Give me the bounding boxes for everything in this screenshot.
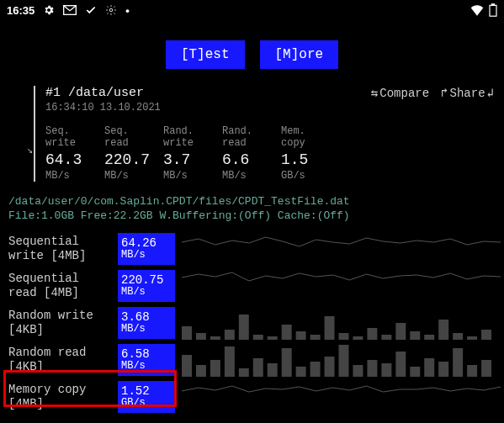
svg-rect-44: [438, 362, 448, 377]
svg-rect-7: [225, 330, 235, 340]
test-value: 3.68 MB/s: [118, 307, 175, 339]
svg-rect-46: [467, 365, 477, 377]
expand-icon[interactable]: ↘: [27, 144, 33, 156]
result-title: #1 /data/user: [45, 86, 161, 100]
graph-rand-read: [182, 343, 501, 377]
svg-rect-30: [239, 368, 249, 377]
svg-rect-13: [310, 335, 321, 340]
svg-rect-28: [210, 360, 220, 377]
svg-rect-39: [367, 360, 377, 377]
test-row-seq-write: Sequential write [4MB] 64.26 MB/s: [8, 230, 501, 267]
test-label: Random write [4KB]: [8, 309, 114, 337]
svg-rect-27: [196, 365, 206, 377]
test-row-rand-write: Random write [4KB] 3.68 MB/s: [8, 304, 501, 341]
file-info: /data/user/0/com.Saplin.CPDT/files/CPDT_…: [0, 190, 504, 227]
svg-rect-47: [481, 360, 491, 377]
test-button[interactable]: [T]est: [166, 40, 245, 69]
svg-rect-42: [410, 367, 420, 377]
test-value: 1.52 GB/s: [118, 381, 175, 413]
top-buttons: [T]est [M]ore: [0, 40, 504, 69]
svg-rect-5: [196, 333, 206, 340]
gear-icon: [43, 4, 55, 16]
svg-rect-21: [424, 335, 434, 340]
graph-seq-read: [182, 269, 501, 303]
svg-point-1: [110, 8, 114, 12]
svg-rect-20: [410, 331, 420, 340]
svg-rect-25: [481, 330, 491, 340]
svg-rect-35: [310, 362, 321, 377]
graph-rand-write: [182, 306, 501, 340]
share-arrow-icon: ↲: [487, 86, 494, 100]
compare-button[interactable]: ⇆ Compare: [371, 86, 429, 100]
metric-seq-read: Seq. read 220.7 MB/s: [104, 125, 150, 182]
compare-label: Compare: [379, 87, 429, 100]
metric-mem-copy: Mem. copy 1.5 GB/s: [281, 125, 326, 182]
file-params: File:1.0GB Free:22.2GB W.Buffering:(Off)…: [8, 209, 496, 224]
svg-rect-12: [296, 331, 306, 340]
metrics-row: ↘ Seq. write 64.3 MB/s Seq. read 220.7 M…: [45, 125, 494, 182]
share-button[interactable]: ↱ Share ↲: [441, 86, 494, 100]
svg-rect-22: [438, 320, 448, 340]
test-row-rand-read: Random read [4KB] 6.58 MB/s: [8, 341, 501, 378]
more-button[interactable]: [M]ore: [260, 40, 339, 69]
test-value: 220.75 MB/s: [118, 270, 175, 302]
metric-rand-write: Rand. write 3.7 MB/s: [163, 125, 209, 182]
svg-rect-34: [296, 367, 306, 377]
svg-rect-36: [325, 357, 335, 377]
graph-seq-write: [182, 232, 501, 266]
result-actions: ⇆ Compare ↱ Share ↲: [371, 86, 494, 100]
battery-icon: [489, 3, 497, 17]
status-right: [470, 3, 497, 17]
svg-rect-11: [282, 325, 292, 340]
file-path: /data/user/0/com.Saplin.CPDT/files/CPDT_…: [8, 195, 496, 209]
svg-rect-8: [239, 315, 249, 340]
test-label: Random read [4KB]: [8, 346, 114, 374]
status-left: 16:35 •: [7, 4, 130, 17]
compare-icon: ⇆: [371, 86, 378, 100]
svg-rect-3: [491, 4, 494, 6]
gear-outline-icon: [105, 4, 117, 16]
svg-rect-38: [353, 365, 363, 377]
svg-rect-32: [268, 363, 278, 377]
metric-rand-read: Rand. read 6.6 MB/s: [222, 125, 268, 182]
svg-rect-31: [253, 358, 263, 377]
svg-rect-33: [282, 348, 292, 377]
test-label: Memory copy [4MB]: [8, 383, 114, 411]
svg-rect-41: [395, 352, 406, 377]
check-icon: [85, 4, 97, 16]
svg-rect-2: [490, 5, 496, 16]
svg-rect-14: [325, 316, 335, 340]
svg-rect-10: [268, 336, 278, 340]
test-row-mem-copy: Memory copy [4MB] 1.52 GB/s: [8, 378, 501, 415]
svg-rect-17: [367, 328, 377, 340]
svg-rect-43: [424, 358, 434, 377]
test-list: Sequential write [4MB] 64.26 MB/s Sequen…: [0, 227, 504, 415]
dot-icon: •: [125, 4, 130, 17]
test-label: Sequential write [4MB]: [8, 235, 114, 263]
svg-rect-15: [339, 333, 349, 340]
metric-seq-write: Seq. write 64.3 MB/s: [45, 125, 91, 182]
wifi-icon: [470, 4, 484, 16]
svg-rect-29: [225, 346, 235, 377]
test-value: 64.26 MB/s: [118, 233, 175, 265]
svg-rect-16: [353, 336, 363, 340]
svg-rect-45: [453, 348, 463, 377]
share-icon: ↱: [441, 86, 448, 100]
test-value: 6.58 MB/s: [118, 344, 175, 376]
svg-rect-6: [210, 336, 220, 340]
svg-rect-24: [467, 336, 477, 340]
svg-rect-37: [339, 345, 349, 377]
svg-rect-4: [182, 326, 192, 340]
result-summary: #1 /data/user 16:34:10 13.10.2021 ⇆ Comp…: [34, 86, 494, 182]
share-label: Share: [450, 87, 485, 100]
svg-rect-23: [453, 333, 463, 340]
svg-rect-40: [381, 363, 391, 377]
test-row-seq-read: Sequential read [4MB] 220.75 MB/s: [8, 267, 501, 304]
android-status-bar: 16:35 •: [0, 0, 504, 20]
svg-rect-9: [253, 335, 263, 340]
svg-rect-26: [182, 355, 192, 377]
test-label: Sequential read [4MB]: [8, 272, 114, 300]
status-time: 16:35: [7, 4, 34, 17]
svg-rect-19: [395, 323, 406, 340]
graph-mem-copy: [182, 380, 501, 414]
